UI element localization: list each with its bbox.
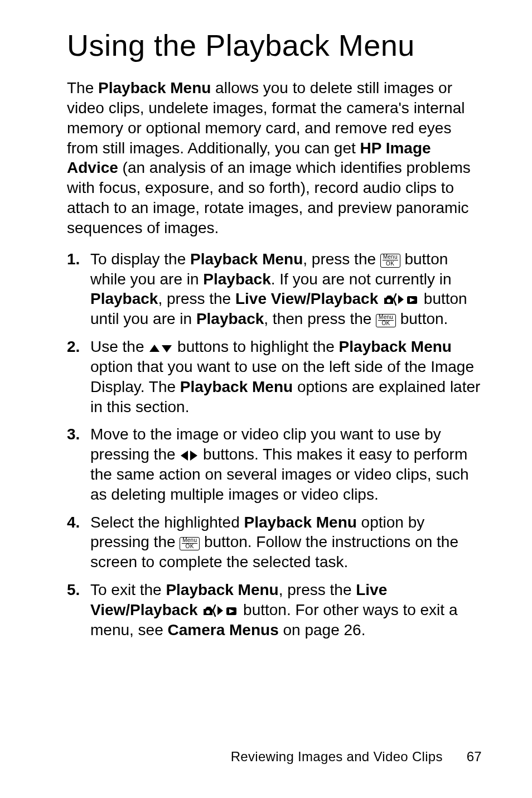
menu-ok-top: Menu bbox=[383, 254, 398, 260]
page-number: 67 bbox=[467, 749, 482, 765]
text: buttons to highlight the bbox=[173, 338, 338, 355]
menu-ok-icon: MenuOK bbox=[180, 537, 200, 551]
up-down-arrows-icon bbox=[148, 343, 173, 354]
page-title: Using the Playback Menu bbox=[67, 28, 482, 62]
steps-list: To display the Playback Menu, press the … bbox=[67, 249, 482, 640]
text: on page 26. bbox=[279, 621, 366, 639]
camera-play-icon bbox=[202, 604, 239, 617]
step-1: To display the Playback Menu, press the … bbox=[67, 249, 482, 329]
footer-text: Reviewing Images and Video Clips bbox=[231, 749, 443, 764]
step-3: Move to the image or video clip you want… bbox=[67, 424, 482, 504]
menu-ok-top: Menu bbox=[378, 315, 394, 321]
bold-text: Playback bbox=[196, 310, 264, 327]
left-right-arrows-icon bbox=[180, 449, 199, 462]
svg-point-0 bbox=[387, 299, 391, 303]
menu-ok-icon: MenuOK bbox=[380, 254, 400, 268]
menu-ok-bot: OK bbox=[383, 260, 398, 267]
bold-text: Playback Menu bbox=[166, 581, 278, 598]
text: To exit the bbox=[90, 581, 166, 598]
text: button. bbox=[396, 310, 448, 327]
page-footer: Reviewing Images and Video Clips 67 bbox=[231, 749, 482, 765]
bold-text: Playback Menu bbox=[339, 338, 452, 355]
text: , press the bbox=[279, 581, 356, 598]
text: (an analysis of an image which identifie… bbox=[67, 159, 471, 236]
text: To display the bbox=[90, 250, 190, 268]
text: , press the bbox=[303, 250, 380, 268]
bold-text: Playback Menu bbox=[98, 79, 211, 96]
svg-point-2 bbox=[206, 610, 210, 614]
text: , press the bbox=[158, 290, 235, 307]
menu-ok-icon: MenuOK bbox=[376, 314, 396, 328]
bold-text: Camera Menus bbox=[168, 621, 279, 639]
text: Select the highlighted bbox=[90, 514, 244, 531]
menu-ok-bot: OK bbox=[182, 544, 197, 550]
intro-paragraph: The Playback Menu allows you to delete s… bbox=[67, 78, 482, 238]
text bbox=[198, 601, 202, 618]
page: Using the Playback Menu The Playback Men… bbox=[0, 0, 532, 798]
bold-text: Playback Menu bbox=[190, 250, 303, 268]
menu-ok-bot: OK bbox=[378, 321, 394, 327]
step-4: Select the highlighted Playback Menu opt… bbox=[67, 512, 482, 572]
bold-text: Playback Menu bbox=[180, 378, 293, 395]
text: The bbox=[67, 79, 98, 96]
text: Use the bbox=[90, 338, 148, 355]
text: . If you are not currently in bbox=[271, 270, 452, 288]
menu-ok-top: Menu bbox=[182, 538, 197, 544]
camera-play-icon bbox=[383, 293, 419, 306]
text bbox=[378, 290, 383, 307]
bold-text: Playback bbox=[90, 290, 158, 307]
step-5: To exit the Playback Menu, press the Liv… bbox=[67, 580, 482, 640]
text: , then press the bbox=[264, 310, 376, 327]
bold-text: Playback bbox=[203, 270, 270, 288]
bold-text: Live View/Playback bbox=[235, 290, 378, 307]
bold-text: Playback Menu bbox=[244, 514, 357, 531]
step-2: Use the buttons to highlight the Playbac… bbox=[67, 337, 482, 417]
